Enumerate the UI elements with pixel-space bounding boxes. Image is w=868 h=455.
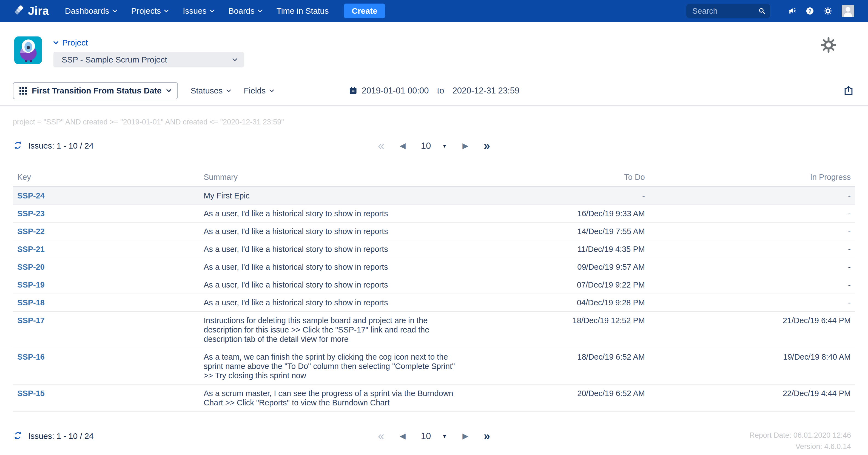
column-header-key[interactable]: Key bbox=[13, 173, 204, 182]
user-avatar[interactable] bbox=[842, 5, 854, 17]
chevron-down-icon bbox=[164, 9, 168, 12]
page-size-select[interactable]: 10 ▼ bbox=[421, 141, 447, 151]
refresh-icon[interactable] bbox=[13, 140, 23, 151]
issue-todo-date: 11/Dec/19 4:35 PM bbox=[464, 244, 645, 254]
help-icon[interactable]: ? bbox=[806, 7, 814, 16]
chevron-down-icon bbox=[226, 89, 231, 92]
report-settings-gear-icon[interactable] bbox=[820, 36, 837, 55]
report-meta: Report Date: 06.01.2020 12:46 Version: 4… bbox=[749, 430, 855, 452]
nav-item-boards[interactable]: Boards bbox=[228, 6, 262, 16]
table-row: SSP-22 As a user, I'd like a historical … bbox=[13, 222, 855, 240]
pager-next-button[interactable]: ▶ bbox=[462, 432, 468, 440]
project-select[interactable]: SSP - Sample Scrum Project bbox=[54, 52, 244, 67]
chevron-down-icon bbox=[166, 89, 171, 92]
date-from: 2019-01-01 00:00 bbox=[362, 86, 429, 96]
issue-todo-date: 16/Dec/19 9:33 AM bbox=[464, 209, 645, 218]
issue-summary: As a user, I'd like a historical story t… bbox=[204, 298, 464, 307]
issue-key-link[interactable]: SSP-21 bbox=[13, 244, 204, 254]
table-row: SSP-16 As a team, we can finish the spri… bbox=[13, 348, 855, 384]
issues-bar-top: Issues: 1 - 10 / 24 « ◀ 10 ▼ ▶ » bbox=[0, 140, 868, 152]
column-header-todo[interactable]: To Do bbox=[464, 173, 645, 182]
search-input[interactable] bbox=[692, 6, 758, 16]
date-range-picker[interactable]: 2019-01-01 00:00 to 2020-12-31 23:59 bbox=[349, 86, 519, 96]
issues-count-label: Issues: 1 - 10 / 24 bbox=[28, 431, 93, 441]
chevron-down-icon bbox=[113, 9, 117, 12]
statuses-dropdown[interactable]: Statuses bbox=[190, 86, 231, 95]
export-icon bbox=[843, 86, 854, 96]
page-size-value: 10 bbox=[421, 431, 431, 441]
create-button[interactable]: Create bbox=[344, 4, 385, 18]
issue-summary: As a user, I'd like a historical story t… bbox=[204, 262, 464, 272]
filter-row: First Transition From Status Date Status… bbox=[0, 82, 868, 99]
calendar-icon bbox=[349, 86, 358, 95]
report-type-dropdown[interactable]: First Transition From Status Date bbox=[13, 82, 178, 99]
page: Jira Dashboards Projects Issues Boards T… bbox=[0, 0, 868, 452]
issue-todo-date: 18/Dec/19 6:52 AM bbox=[464, 352, 645, 362]
pager-last-button[interactable]: » bbox=[484, 140, 490, 152]
refresh-icon[interactable] bbox=[13, 431, 23, 442]
issue-summary: As a user, I'd like a historical story t… bbox=[204, 209, 464, 218]
table-row: SSP-15 As a scrum master, I can see the … bbox=[13, 384, 855, 412]
issue-key-link[interactable]: SSP-15 bbox=[13, 389, 204, 398]
issue-todo-date: 20/Dec/19 6:52 AM bbox=[464, 389, 645, 398]
issue-key-link[interactable]: SSP-23 bbox=[13, 209, 204, 218]
chevron-down-icon bbox=[210, 9, 214, 12]
jira-logo-icon bbox=[14, 5, 25, 17]
report-date: Report Date: 06.01.2020 12:46 bbox=[749, 430, 851, 441]
pager-top: « ◀ 10 ▼ ▶ » bbox=[378, 140, 490, 152]
issue-todo-date: - bbox=[464, 191, 645, 200]
issue-inprogress-date: 19/Dec/19 8:40 AM bbox=[645, 352, 855, 362]
chevron-down-icon bbox=[270, 89, 274, 92]
issue-key-link[interactable]: SSP-24 bbox=[13, 191, 204, 200]
project-meta: Project SSP - Sample Scrum Project bbox=[54, 36, 244, 67]
pager-next-button[interactable]: ▶ bbox=[462, 142, 468, 150]
issues-bar-bottom: Issues: 1 - 10 / 24 « ◀ 10 ▼ ▶ » Report … bbox=[0, 430, 868, 452]
nav-item-dashboards[interactable]: Dashboards bbox=[65, 6, 117, 16]
column-header-inprogress[interactable]: In Progress bbox=[645, 173, 855, 182]
nav-item-projects[interactable]: Projects bbox=[131, 6, 168, 16]
nav-item-issues[interactable]: Issues bbox=[183, 6, 214, 16]
issue-table-body: SSP-24 My First Epic - - SSP-23 As a use… bbox=[13, 187, 855, 412]
nav-item-time-in-status[interactable]: Time in Status bbox=[277, 6, 329, 16]
search-box[interactable] bbox=[686, 4, 770, 18]
issue-inprogress-date: 22/Dec/19 4:44 PM bbox=[645, 389, 855, 398]
pager-first-button[interactable]: « bbox=[378, 430, 384, 442]
pager-last-button[interactable]: » bbox=[484, 430, 490, 442]
table-row: SSP-23 As a user, I'd like a historical … bbox=[13, 205, 855, 222]
jira-logo[interactable]: Jira bbox=[14, 4, 49, 18]
megaphone-icon[interactable] bbox=[788, 7, 796, 15]
issue-todo-date: 09/Dec/19 9:57 AM bbox=[464, 262, 645, 272]
issue-inprogress-date: 21/Dec/19 6:44 PM bbox=[645, 316, 855, 325]
issue-summary: As a user, I'd like a historical story t… bbox=[204, 280, 464, 290]
export-button[interactable] bbox=[843, 86, 854, 96]
settings-gear-icon[interactable] bbox=[824, 7, 832, 16]
chevron-down-icon bbox=[258, 9, 262, 12]
page-size-caret-icon: ▼ bbox=[442, 143, 447, 149]
issue-key-link[interactable]: SSP-16 bbox=[13, 352, 204, 362]
column-header-summary[interactable]: Summary bbox=[204, 173, 464, 182]
issue-todo-date: 04/Dec/19 9:28 PM bbox=[464, 298, 645, 307]
search-icon[interactable] bbox=[758, 7, 766, 15]
project-header: Project SSP - Sample Scrum Project bbox=[0, 22, 868, 67]
pager-bottom: « ◀ 10 ▼ ▶ » bbox=[378, 430, 490, 443]
issues-count-group: Issues: 1 - 10 / 24 bbox=[13, 430, 93, 443]
table-row: SSP-18 As a user, I'd like a historical … bbox=[13, 294, 855, 311]
page-size-select[interactable]: 10 ▼ bbox=[421, 431, 447, 441]
issue-todo-date: 07/Dec/19 9:22 PM bbox=[464, 280, 645, 290]
issue-key-link[interactable]: SSP-22 bbox=[13, 227, 204, 236]
issue-key-link[interactable]: SSP-19 bbox=[13, 280, 204, 290]
issue-todo-date: 14/Dec/19 7:55 AM bbox=[464, 227, 645, 236]
issue-key-link[interactable]: SSP-18 bbox=[13, 298, 204, 307]
brand-text: Jira bbox=[28, 4, 49, 18]
chevron-down-icon bbox=[232, 58, 237, 61]
table-row: SSP-21 As a user, I'd like a historical … bbox=[13, 240, 855, 258]
pager-prev-button[interactable]: ◀ bbox=[400, 142, 406, 150]
section-divider bbox=[0, 105, 868, 106]
project-section-toggle[interactable]: Project bbox=[54, 38, 244, 48]
issue-key-link[interactable]: SSP-17 bbox=[13, 316, 204, 325]
pager-prev-button[interactable]: ◀ bbox=[400, 432, 406, 440]
fields-dropdown[interactable]: Fields bbox=[244, 86, 274, 95]
page-size-caret-icon: ▼ bbox=[442, 434, 447, 439]
pager-first-button[interactable]: « bbox=[378, 140, 384, 152]
issue-key-link[interactable]: SSP-20 bbox=[13, 262, 204, 272]
